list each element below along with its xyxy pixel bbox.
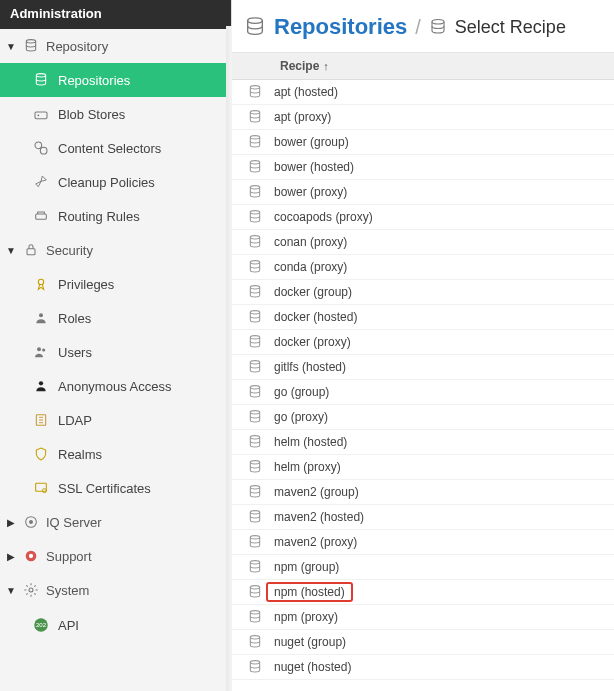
- recipe-row[interactable]: maven2 (hosted): [232, 505, 614, 530]
- recipe-row[interactable]: go (group): [232, 380, 614, 405]
- recipe-row[interactable]: conan (proxy): [232, 230, 614, 255]
- lock-icon: [22, 242, 40, 258]
- nav-item-anonymous-access[interactable]: Anonymous Access: [0, 369, 231, 403]
- svg-point-44: [250, 561, 259, 564]
- recipe-label: npm (group): [274, 560, 339, 574]
- recipe-row[interactable]: nuget (hosted): [232, 655, 614, 680]
- database-icon: [246, 334, 264, 350]
- nav-group-system[interactable]: ▼System: [0, 573, 231, 607]
- recipe-label: bower (proxy): [274, 185, 347, 199]
- recipe-row[interactable]: apt (hosted): [232, 80, 614, 105]
- database-icon: [246, 384, 264, 400]
- roles-icon: [32, 310, 50, 326]
- breadcrumb: Repositories / Select Recipe: [232, 0, 614, 53]
- recipe-row[interactable]: cocoapods (proxy): [232, 205, 614, 230]
- sort-ascending-icon: ↑: [323, 60, 329, 72]
- broom-icon: [32, 174, 50, 190]
- database-icon: [246, 84, 264, 100]
- recipe-label: helm (hosted): [274, 435, 347, 449]
- recipe-row[interactable]: nuget (group): [232, 630, 614, 655]
- svg-point-19: [29, 554, 33, 558]
- svg-point-28: [250, 161, 259, 164]
- recipe-row[interactable]: docker (group): [232, 280, 614, 305]
- nav-item-label: Privileges: [58, 277, 114, 292]
- recipe-label: go (group): [274, 385, 329, 399]
- svg-text:202: 202: [36, 622, 47, 628]
- nav-item-label: SSL Certificates: [58, 481, 151, 496]
- svg-point-39: [250, 436, 259, 439]
- database-icon: [246, 109, 264, 125]
- nav-group-security[interactable]: ▼Security: [0, 233, 231, 267]
- database-icon: [246, 484, 264, 500]
- recipe-row[interactable]: maven2 (group): [232, 480, 614, 505]
- nav-item-ldap[interactable]: LDAP: [0, 403, 231, 437]
- nav-item-label: Anonymous Access: [58, 379, 171, 394]
- recipe-row[interactable]: npm (hosted): [232, 580, 614, 605]
- blob-icon: [32, 106, 50, 122]
- svg-point-48: [250, 661, 259, 664]
- nav-item-repositories[interactable]: Repositories: [0, 63, 231, 97]
- recipe-list: apt (hosted)apt (proxy)bower (group)bowe…: [232, 80, 614, 691]
- nav-item-label: Cleanup Policies: [58, 175, 155, 190]
- recipe-row[interactable]: helm (proxy): [232, 455, 614, 480]
- nav-item-api[interactable]: 202API: [0, 607, 231, 643]
- recipe-label: helm (proxy): [274, 460, 341, 474]
- recipe-row[interactable]: bower (proxy): [232, 180, 614, 205]
- recipe-row[interactable]: helm (hosted): [232, 430, 614, 455]
- nav-item-roles[interactable]: Roles: [0, 301, 231, 335]
- table-header[interactable]: Recipe ↑: [232, 53, 614, 80]
- recipe-label: conan (proxy): [274, 235, 347, 249]
- svg-point-29: [250, 186, 259, 189]
- database-icon: [246, 559, 264, 575]
- recipe-row[interactable]: maven2 (proxy): [232, 530, 614, 555]
- recipe-row[interactable]: bower (hosted): [232, 155, 614, 180]
- svg-point-35: [250, 336, 259, 339]
- nav-group-label: System: [46, 583, 89, 598]
- nav-group-support[interactable]: ▶Support: [0, 539, 231, 573]
- nav-item-routing-rules[interactable]: Routing Rules: [0, 199, 231, 233]
- recipe-row[interactable]: npm (proxy): [232, 605, 614, 630]
- recipe-row[interactable]: bower (group): [232, 130, 614, 155]
- nav-item-label: Repositories: [58, 73, 130, 88]
- svg-point-15: [42, 489, 46, 493]
- nav-item-privileges[interactable]: Privileges: [0, 267, 231, 301]
- recipe-label: conda (proxy): [274, 260, 347, 274]
- recipe-row[interactable]: apt (proxy): [232, 105, 614, 130]
- svg-point-10: [37, 347, 41, 351]
- database-icon: [246, 659, 264, 675]
- nav-item-label: Blob Stores: [58, 107, 125, 122]
- svg-point-34: [250, 311, 259, 314]
- recipe-label: docker (proxy): [274, 335, 351, 349]
- api-icon: 202: [32, 616, 50, 634]
- recipe-label: npm (proxy): [274, 610, 338, 624]
- database-icon: [246, 434, 264, 450]
- svg-point-32: [250, 261, 259, 264]
- nav-group-iq-server[interactable]: ▶IQ Server: [0, 505, 231, 539]
- caret-right-icon: ▶: [6, 517, 16, 528]
- recipe-row[interactable]: gitlfs (hosted): [232, 355, 614, 380]
- cert-icon: [32, 480, 50, 496]
- ribbon-icon: [32, 276, 50, 292]
- nav-group-repository[interactable]: ▼Repository: [0, 29, 231, 63]
- svg-point-5: [40, 147, 47, 154]
- recipe-label: nuget (hosted): [274, 660, 351, 674]
- recipe-row[interactable]: go (proxy): [232, 405, 614, 430]
- gear-icon: [22, 582, 40, 598]
- nav-item-cleanup-policies[interactable]: Cleanup Policies: [0, 165, 231, 199]
- recipe-label: maven2 (group): [274, 485, 359, 499]
- nav-item-blob-stores[interactable]: Blob Stores: [0, 97, 231, 131]
- recipe-row[interactable]: npm (group): [232, 555, 614, 580]
- nav-item-users[interactable]: Users: [0, 335, 231, 369]
- nav-item-ssl-certificates[interactable]: SSL Certificates: [0, 471, 231, 505]
- sidebar-nav: ▼RepositoryRepositoriesBlob StoresConten…: [0, 29, 231, 691]
- nav-group-label: IQ Server: [46, 515, 102, 530]
- recipe-row[interactable]: conda (proxy): [232, 255, 614, 280]
- database-icon: [246, 209, 264, 225]
- recipe-row[interactable]: docker (proxy): [232, 330, 614, 355]
- database-icon: [246, 509, 264, 525]
- database-icon: [244, 16, 266, 38]
- nav-item-content-selectors[interactable]: Content Selectors: [0, 131, 231, 165]
- person-icon: [32, 378, 50, 394]
- nav-item-realms[interactable]: Realms: [0, 437, 231, 471]
- recipe-row[interactable]: docker (hosted): [232, 305, 614, 330]
